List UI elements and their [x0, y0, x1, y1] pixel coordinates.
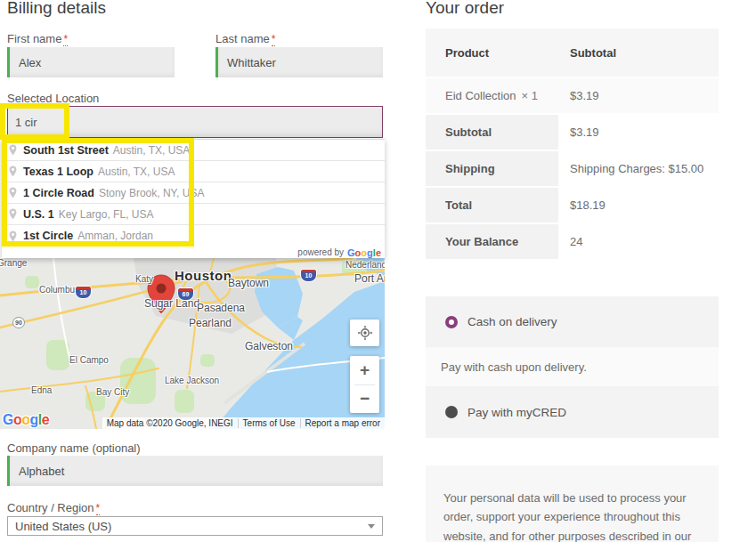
first-name-value: Alex	[19, 56, 41, 69]
product-name-cell: Eid Collection × 1	[426, 78, 558, 113]
last-name-label: Last name*	[215, 32, 275, 45]
map-label-pasadena: Pasadena	[197, 302, 245, 314]
order-subtotal-row: Subtotal $3.19	[426, 115, 719, 151]
payment-method-cod-label: Cash on delivery	[467, 315, 557, 328]
shipping-label: Shipping	[426, 151, 558, 186]
autocomplete-suggestion[interactable]: 1st Circle Amman, Jordan	[2, 225, 385, 247]
google-logo: Google	[347, 247, 381, 258]
zoom-in-button[interactable]: +	[350, 356, 379, 384]
suggestion-secondary: Key Largo, FL, USA	[59, 208, 154, 221]
radio-unselected-icon[interactable]	[445, 406, 458, 418]
required-mark: *	[96, 502, 101, 515]
suggestion-secondary: Amman, Jordan	[77, 230, 153, 242]
my-location-button[interactable]	[350, 320, 379, 346]
product-subtotal-cell: $3.19	[558, 78, 719, 113]
map-label-houston: Houston	[175, 268, 232, 283]
map-label-pearland: Pearland	[189, 317, 232, 329]
payment-method-mycred-label: Pay with myCRED	[467, 406, 566, 419]
zoom-out-button[interactable]: −	[350, 385, 379, 414]
interstate-10-shield: 10	[76, 287, 91, 298]
map-attribution-text: Map data ©2020 Google, INEGI	[102, 418, 238, 428]
autocomplete-suggestion[interactable]: South 1st Street Austin, TX, USA	[2, 140, 385, 161]
product-column-header: Product	[426, 28, 558, 77]
radio-selected-icon[interactable]	[445, 316, 458, 328]
map-pin-icon	[9, 187, 17, 198]
first-name-label: First name*	[7, 32, 68, 45]
my-location-icon	[358, 326, 372, 340]
product-name: Eid Collection	[445, 89, 516, 102]
selected-location-label: Selected Location	[7, 92, 99, 105]
autocomplete-suggestion[interactable]: 1 Circle Road Stony Brook, NY, USA	[2, 182, 385, 204]
country-region-label: Country / Region*	[7, 501, 100, 514]
map-label-port-arthur: Port Arthur	[354, 272, 385, 285]
us-90-shield: 90	[12, 317, 25, 328]
map-pin-icon	[9, 144, 17, 156]
suggestion-secondary: Stony Brook, NY, USA	[99, 187, 205, 199]
map-pin-icon	[9, 208, 17, 220]
map-label-galveston: Galveston	[245, 340, 293, 352]
country-region-label-text: Country / Region	[7, 501, 94, 514]
balance-label: Your Balance	[426, 224, 558, 259]
map-label-lake-jackson: Lake Jackson	[165, 376, 219, 385]
subtotal-column-header: Subtotal	[558, 28, 719, 77]
suggestion-main: 1 Circle Road	[23, 187, 94, 199]
interstate-10-shield: 10	[301, 270, 316, 281]
order-review-table: Product Subtotal Eid Collection × 1 $3.1…	[426, 28, 719, 261]
selected-location-input[interactable]: 1 cir	[7, 106, 383, 138]
suggestion-secondary: Austin, TX, USA	[98, 166, 175, 178]
powered-by-google: powered by Google	[2, 247, 385, 258]
map-geography	[0, 258, 385, 429]
product-quantity: × 1	[522, 89, 538, 102]
last-name-field[interactable]: Whittaker	[215, 47, 383, 77]
map-label-el-campo: El Campo	[69, 355, 109, 365]
last-name-label-text: Last name	[215, 32, 270, 45]
map-label-sugar-land: Sugar Land	[144, 297, 199, 310]
order-title: Your order	[426, 0, 504, 18]
required-mark: *	[63, 33, 68, 46]
map-label-nederland: Nederland	[345, 260, 385, 270]
first-name-field[interactable]: Alex	[7, 47, 175, 77]
map-zoom-control: + −	[350, 356, 379, 413]
suggestion-main: U.S. 1	[23, 208, 54, 221]
country-region-select[interactable]: United States (US)	[7, 516, 383, 536]
suggestion-main: Texas 1 Loop	[23, 166, 93, 178]
payment-method-cod[interactable]: Cash on delivery	[426, 296, 719, 347]
map-label-columbus: Columbus	[39, 285, 79, 295]
map-pin-icon	[9, 231, 17, 242]
map-label-baytown: Baytown	[228, 277, 269, 289]
shipping-value: Shipping Charges: $15.00	[558, 151, 719, 186]
payment-method-mycred[interactable]: Pay with myCRED	[426, 386, 719, 438]
report-map-error-link[interactable]: Report a map error	[300, 418, 385, 428]
order-table-header: Product Subtotal	[426, 28, 719, 78]
company-name-field[interactable]: Alphabet	[7, 456, 383, 486]
google-map[interactable]: Grange Columbus Katy Houston Baytown Ned…	[0, 258, 385, 429]
first-name-label-text: First name	[7, 32, 61, 45]
subtotal-label: Subtotal	[426, 115, 558, 150]
autocomplete-suggestion[interactable]: Texas 1 Loop Austin, TX, USA	[2, 161, 385, 182]
terms-of-use-link[interactable]: Terms of Use	[238, 418, 300, 428]
suggestion-main: South 1st Street	[23, 144, 109, 157]
map-label-bay-city: Bay City	[96, 387, 129, 397]
suggestion-main: 1st Circle	[23, 230, 73, 242]
powered-by-text: powered by	[297, 247, 344, 257]
interstate-69-shield: 69	[178, 288, 193, 300]
order-balance-row: Your Balance 24	[426, 224, 719, 261]
subtotal-value: $3.19	[558, 115, 719, 150]
total-label: Total	[426, 188, 558, 222]
location-autocomplete-dropdown: South 1st Street Austin, TX, USA Texas 1…	[2, 139, 385, 258]
privacy-text: Your personal data will be used to proce…	[443, 491, 691, 542]
last-name-value: Whittaker	[227, 56, 276, 69]
billing-title: Billing details	[7, 0, 106, 18]
payment-method-description: Pay with cash upon delivery.	[426, 347, 719, 386]
map-attribution-bar: Map data ©2020 Google, INEGI Terms of Us…	[102, 417, 385, 429]
order-total-row: Total $18.19	[426, 188, 719, 224]
suggestion-secondary: Austin, TX, USA	[113, 144, 190, 157]
company-name-label: Company name (optional)	[7, 441, 141, 455]
required-mark: *	[272, 33, 276, 46]
google-map-logo: Google	[3, 412, 49, 428]
privacy-notice: Your personal data will be used to proce…	[426, 465, 719, 542]
checkout-page: Billing details First name* Alex Last na…	[0, 0, 756, 542]
country-region-value: United States (US)	[15, 520, 111, 533]
balance-value: 24	[558, 224, 719, 259]
autocomplete-suggestion[interactable]: U.S. 1 Key Largo, FL, USA	[2, 204, 385, 225]
